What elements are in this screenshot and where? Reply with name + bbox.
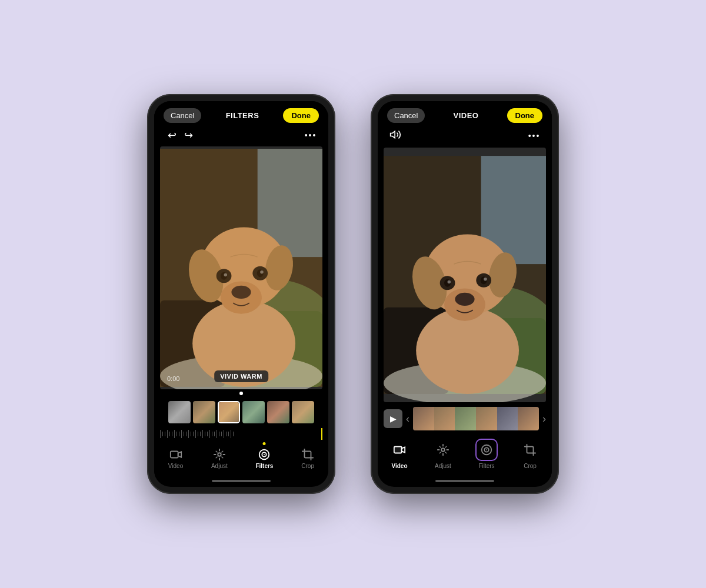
playhead-1[interactable] [321, 428, 322, 440]
phone-1-title: FILTERS [226, 111, 259, 120]
nav-filters-2[interactable]: Filters [469, 436, 504, 472]
adjust-icon-wrapper-2 [432, 439, 454, 461]
dog-image-1 [160, 146, 322, 389]
scroll-indicator-1 [239, 392, 243, 395]
home-indicator-2 [435, 480, 494, 482]
nav-crop-1[interactable]: Crop [295, 446, 320, 472]
phone-1-screen: Cancel FILTERS Done ↩ ↪ ••• [154, 101, 328, 487]
nav-adjust-1[interactable]: Adjust [205, 446, 234, 472]
toolbar-row-1: ↩ ↪ ••• [154, 126, 328, 146]
phone-2-title: VIDEO [454, 111, 479, 120]
svg-rect-44 [394, 447, 402, 453]
strip-frame-4 [476, 407, 497, 430]
chevron-right-icon[interactable]: › [542, 413, 546, 425]
timestamp-1: 0:00 [167, 375, 179, 382]
nav-adjust-label-1: Adjust [211, 463, 228, 469]
done-button-2[interactable]: Done [507, 108, 543, 123]
nav-video-label-1: Video [168, 463, 183, 469]
bottom-nav-1: Video Adjust Filters [154, 442, 328, 477]
done-button-1[interactable]: Done [283, 108, 319, 123]
strip-frame-5 [497, 407, 518, 430]
filter-thumb-6[interactable] [292, 401, 314, 423]
crop-icon-2 [524, 443, 537, 456]
bottom-nav-2: Video Adjust [378, 433, 552, 477]
video-icon-wrapper-2 [388, 439, 411, 461]
video-preview-1: 0:00 VIVID WARM [160, 146, 322, 389]
nav-crop-label-1: Crop [301, 463, 314, 469]
svg-point-45 [441, 448, 445, 452]
nav-video-1[interactable]: Video [162, 446, 189, 472]
nav-video-2[interactable]: Video [382, 436, 417, 472]
svg-point-43 [484, 278, 487, 281]
svg-rect-20 [170, 452, 178, 458]
more-icon-1[interactable]: ••• [302, 131, 319, 140]
nav-filters-label-1: Filters [255, 463, 273, 469]
nav-filters-label-2: Filters [478, 463, 494, 469]
nav-crop-label-2: Crop [524, 463, 537, 469]
svg-point-48 [486, 449, 487, 450]
filter-thumb-5[interactable] [267, 401, 289, 423]
svg-point-24 [264, 454, 265, 455]
timeline-1[interactable] [154, 426, 328, 442]
video-icon-1 [169, 448, 182, 461]
phone-2: Cancel VIDEO Done ••• [371, 94, 559, 494]
filters-icon-wrapper-2 [475, 439, 498, 461]
filter-badge: VIVID WARM [214, 370, 268, 382]
nav-crop-2[interactable]: Crop [513, 436, 547, 472]
phone-2-screen: Cancel VIDEO Done ••• [378, 101, 552, 487]
filter-thumb-3-selected[interactable] [218, 401, 240, 423]
play-button[interactable]: ▶ [384, 409, 402, 428]
svg-point-40 [448, 280, 451, 284]
phone-2-header: Cancel VIDEO Done [378, 101, 552, 126]
toolbar-row-2: ••• [378, 126, 552, 148]
strip-frame-6 [518, 407, 539, 430]
chevron-left-icon[interactable]: ‹ [406, 413, 409, 425]
svg-point-21 [218, 453, 221, 456]
video-timeline-row: ▶ ‹ › [378, 402, 552, 433]
volume-icon[interactable] [387, 129, 404, 143]
video-icon-2 [393, 443, 406, 456]
timeline-bar-1[interactable] [160, 428, 322, 440]
strip-frame-3 [455, 407, 476, 430]
crop-icon-1 [301, 448, 314, 461]
video-preview-2 [384, 148, 546, 402]
home-indicator-1 [212, 480, 271, 482]
phone-1-header: Cancel FILTERS Done [154, 101, 328, 126]
play-icon: ▶ [390, 414, 397, 423]
more-icon-2[interactable]: ••• [526, 131, 542, 141]
cancel-button-1[interactable]: Cancel [164, 108, 201, 123]
filter-thumb-1[interactable] [168, 401, 191, 423]
undo-icon[interactable]: ↩ [164, 129, 180, 142]
redo-icon[interactable]: ↪ [180, 129, 197, 142]
filter-thumb-4[interactable] [242, 401, 265, 423]
filters-icon-2 [480, 443, 493, 456]
nav-adjust-label-2: Adjust [435, 463, 451, 469]
cancel-button-2[interactable]: Cancel [387, 108, 425, 123]
adjust-icon-1 [213, 448, 226, 461]
crop-icon-wrapper-2 [519, 439, 541, 461]
nav-video-label-2: Video [391, 463, 407, 469]
svg-point-37 [455, 293, 474, 306]
filters-icon-1 [258, 448, 271, 461]
timeline-ticks-1 [160, 428, 322, 440]
dog-image-2 [384, 148, 546, 402]
svg-rect-19 [160, 149, 322, 387]
adjust-icon-2 [437, 443, 449, 456]
phone-1: Cancel FILTERS Done ↩ ↪ ••• [147, 94, 335, 494]
strip-frame-2 [434, 407, 455, 430]
timeline-strip-2[interactable] [413, 407, 539, 430]
filter-strip-1[interactable] [154, 396, 328, 426]
filter-thumb-2[interactable] [193, 401, 215, 423]
strip-frame-1 [413, 407, 434, 430]
nav-adjust-2[interactable]: Adjust [426, 436, 460, 472]
nav-filters-1[interactable]: Filters [249, 446, 279, 472]
active-dot-1 [263, 442, 266, 445]
